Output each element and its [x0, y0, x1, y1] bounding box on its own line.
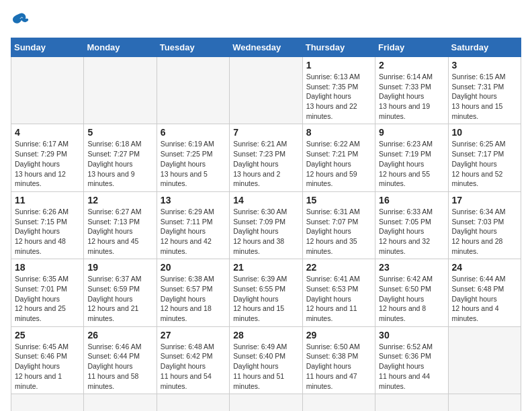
day-number: 3 [452, 60, 517, 71]
day-info: Sunrise: 6:44 AMSunset: 6:48 PMDaylight … [452, 274, 517, 323]
logo-bird-icon [11, 11, 30, 30]
day-number: 30 [379, 330, 444, 340]
day-number: 8 [306, 127, 371, 138]
day-number: 6 [161, 127, 226, 138]
calendar-cell [375, 394, 448, 411]
day-info: Sunrise: 6:18 AMSunset: 7:27 PMDaylight … [87, 139, 152, 188]
day-info: Sunrise: 6:14 AMSunset: 7:33 PMDaylight … [379, 72, 444, 121]
calendar-week-row [11, 394, 521, 411]
day-number: 17 [452, 195, 517, 205]
calendar-cell [448, 326, 521, 394]
calendar-week-row: 4Sunrise: 6:17 AMSunset: 7:29 PMDaylight… [11, 124, 521, 191]
calendar-cell: 1Sunrise: 6:13 AMSunset: 7:35 PMDaylight… [302, 57, 375, 124]
calendar-cell [448, 394, 521, 411]
header-wednesday: Wednesday [230, 38, 302, 57]
header-saturday: Saturday [448, 38, 521, 57]
day-info: Sunrise: 6:41 AMSunset: 6:53 PMDaylight … [306, 274, 371, 323]
day-info: Sunrise: 6:38 AMSunset: 6:57 PMDaylight … [161, 274, 226, 323]
calendar-cell [230, 57, 302, 124]
day-number: 11 [15, 195, 80, 205]
day-number: 12 [87, 195, 152, 205]
day-info: Sunrise: 6:26 AMSunset: 7:15 PMDaylight … [15, 207, 80, 256]
day-info: Sunrise: 6:34 AMSunset: 7:03 PMDaylight … [452, 207, 517, 256]
day-number: 18 [15, 262, 80, 273]
calendar-week-row: 25Sunrise: 6:45 AMSunset: 6:46 PMDayligh… [11, 326, 521, 394]
day-info: Sunrise: 6:48 AMSunset: 6:42 PMDaylight … [161, 342, 226, 391]
day-info: Sunrise: 6:27 AMSunset: 7:13 PMDaylight … [87, 207, 152, 256]
calendar-cell: 12Sunrise: 6:27 AMSunset: 7:13 PMDayligh… [84, 191, 157, 259]
calendar-table: SundayMondayTuesdayWednesdayThursdayFrid… [11, 38, 521, 411]
day-info: Sunrise: 6:30 AMSunset: 7:09 PMDaylight … [233, 207, 298, 256]
day-number: 5 [87, 127, 152, 138]
day-info: Sunrise: 6:52 AMSunset: 6:36 PMDaylight … [379, 342, 444, 391]
header-tuesday: Tuesday [157, 38, 229, 57]
calendar-cell: 5Sunrise: 6:18 AMSunset: 7:27 PMDaylight… [84, 124, 157, 191]
calendar-cell: 22Sunrise: 6:41 AMSunset: 6:53 PMDayligh… [302, 259, 375, 326]
day-info: Sunrise: 6:33 AMSunset: 7:05 PMDaylight … [379, 207, 444, 256]
calendar-cell: 14Sunrise: 6:30 AMSunset: 7:09 PMDayligh… [230, 191, 302, 259]
day-number: 10 [452, 127, 517, 138]
day-info: Sunrise: 6:39 AMSunset: 6:55 PMDaylight … [233, 274, 298, 323]
calendar-week-row: 1Sunrise: 6:13 AMSunset: 7:35 PMDaylight… [11, 57, 521, 124]
calendar-cell: 8Sunrise: 6:22 AMSunset: 7:21 PMDaylight… [302, 124, 375, 191]
day-number: 24 [452, 262, 517, 273]
calendar-cell: 20Sunrise: 6:38 AMSunset: 6:57 PMDayligh… [157, 259, 229, 326]
calendar-cell: 30Sunrise: 6:52 AMSunset: 6:36 PMDayligh… [375, 326, 448, 394]
page-header [11, 11, 521, 30]
day-number: 7 [233, 127, 298, 138]
day-number: 27 [161, 330, 226, 340]
day-info: Sunrise: 6:37 AMSunset: 6:59 PMDaylight … [87, 274, 152, 323]
day-number: 29 [306, 330, 371, 340]
day-info: Sunrise: 6:25 AMSunset: 7:17 PMDaylight … [452, 139, 517, 188]
header-thursday: Thursday [302, 38, 375, 57]
day-number: 22 [306, 262, 371, 273]
calendar-cell [157, 57, 229, 124]
day-info: Sunrise: 6:35 AMSunset: 7:01 PMDaylight … [15, 274, 80, 323]
calendar-cell [11, 394, 84, 411]
header-monday: Monday [84, 38, 157, 57]
day-info: Sunrise: 6:15 AMSunset: 7:31 PMDaylight … [452, 72, 517, 121]
day-number: 28 [233, 330, 298, 340]
day-number: 9 [379, 127, 444, 138]
day-info: Sunrise: 6:29 AMSunset: 7:11 PMDaylight … [161, 207, 226, 256]
day-number: 26 [87, 330, 152, 340]
day-number: 25 [15, 330, 80, 340]
logo [11, 11, 32, 30]
day-number: 2 [379, 60, 444, 71]
calendar-cell: 4Sunrise: 6:17 AMSunset: 7:29 PMDaylight… [11, 124, 84, 191]
day-number: 14 [233, 195, 298, 205]
calendar-header-row: SundayMondayTuesdayWednesdayThursdayFrid… [11, 38, 521, 57]
day-info: Sunrise: 6:13 AMSunset: 7:35 PMDaylight … [306, 72, 371, 121]
day-number: 13 [161, 195, 226, 205]
calendar-cell [84, 57, 157, 124]
calendar-cell: 28Sunrise: 6:49 AMSunset: 6:40 PMDayligh… [230, 326, 302, 394]
calendar-cell: 26Sunrise: 6:46 AMSunset: 6:44 PMDayligh… [84, 326, 157, 394]
calendar-cell: 6Sunrise: 6:19 AMSunset: 7:25 PMDaylight… [157, 124, 229, 191]
day-info: Sunrise: 6:50 AMSunset: 6:38 PMDaylight … [306, 342, 371, 391]
calendar-cell: 10Sunrise: 6:25 AMSunset: 7:17 PMDayligh… [448, 124, 521, 191]
calendar-cell: 16Sunrise: 6:33 AMSunset: 7:05 PMDayligh… [375, 191, 448, 259]
day-info: Sunrise: 6:31 AMSunset: 7:07 PMDaylight … [306, 207, 371, 256]
calendar-cell: 23Sunrise: 6:42 AMSunset: 6:50 PMDayligh… [375, 259, 448, 326]
calendar-cell: 21Sunrise: 6:39 AMSunset: 6:55 PMDayligh… [230, 259, 302, 326]
day-number: 15 [306, 195, 371, 205]
day-info: Sunrise: 6:21 AMSunset: 7:23 PMDaylight … [233, 139, 298, 188]
day-info: Sunrise: 6:49 AMSunset: 6:40 PMDaylight … [233, 342, 298, 391]
calendar-cell: 11Sunrise: 6:26 AMSunset: 7:15 PMDayligh… [11, 191, 84, 259]
calendar-cell: 27Sunrise: 6:48 AMSunset: 6:42 PMDayligh… [157, 326, 229, 394]
calendar-cell: 9Sunrise: 6:23 AMSunset: 7:19 PMDaylight… [375, 124, 448, 191]
calendar-cell: 3Sunrise: 6:15 AMSunset: 7:31 PMDaylight… [448, 57, 521, 124]
calendar-week-row: 18Sunrise: 6:35 AMSunset: 7:01 PMDayligh… [11, 259, 521, 326]
calendar-cell: 7Sunrise: 6:21 AMSunset: 7:23 PMDaylight… [230, 124, 302, 191]
day-number: 19 [87, 262, 152, 273]
calendar-cell [157, 394, 229, 411]
calendar-cell [302, 394, 375, 411]
calendar-cell [84, 394, 157, 411]
calendar-week-row: 11Sunrise: 6:26 AMSunset: 7:15 PMDayligh… [11, 191, 521, 259]
day-info: Sunrise: 6:22 AMSunset: 7:21 PMDaylight … [306, 139, 371, 188]
calendar-cell: 18Sunrise: 6:35 AMSunset: 7:01 PMDayligh… [11, 259, 84, 326]
calendar-cell: 24Sunrise: 6:44 AMSunset: 6:48 PMDayligh… [448, 259, 521, 326]
calendar-cell [11, 57, 84, 124]
day-number: 21 [233, 262, 298, 273]
day-info: Sunrise: 6:19 AMSunset: 7:25 PMDaylight … [161, 139, 226, 188]
